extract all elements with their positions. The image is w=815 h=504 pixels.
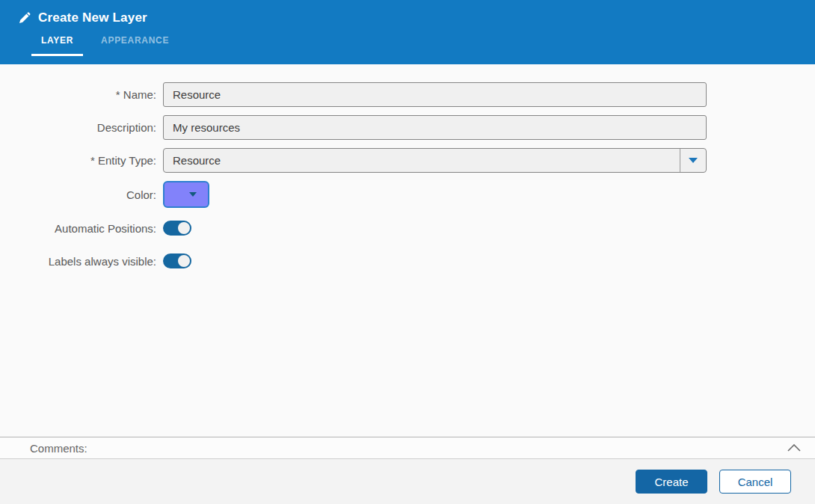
chevron-up-icon [787,443,802,452]
entity-type-select[interactable]: Resource [163,148,707,173]
labels-visible-toggle[interactable] [163,253,191,268]
pencil-icon [18,12,31,25]
name-label: * Name: [0,88,163,101]
labels-visible-row: Labels always visible: [0,253,815,268]
entity-type-label: * Entity Type: [0,154,163,167]
automatic-positions-toggle[interactable] [163,221,191,236]
dialog-header: Create New Layer LAYER APPEARANCE [0,0,815,64]
automatic-positions-row: Automatic Positions: [0,221,815,236]
automatic-positions-label: Automatic Positions: [0,222,163,235]
chevron-down-icon [189,192,197,197]
color-label: Color: [0,188,163,201]
toggle-knob [178,222,190,234]
chevron-down-icon [689,158,698,163]
cancel-button[interactable]: Cancel [719,470,791,494]
layer-form: * Name: Description: * Entity Type: Reso… [0,64,815,437]
name-input[interactable] [163,82,707,107]
tab-appearance[interactable]: APPEARANCE [91,35,179,56]
comments-collapse-button[interactable] [787,443,802,452]
tab-layer[interactable]: LAYER [31,35,83,56]
color-row: Color: [0,181,815,208]
description-label: Description: [0,121,163,134]
name-row: * Name: [0,82,815,107]
description-input[interactable] [163,115,707,140]
description-row: Description: [0,115,815,140]
color-picker-button[interactable] [163,181,209,208]
entity-type-dropdown-button[interactable] [680,149,706,172]
create-button[interactable]: Create [636,470,707,494]
dialog-title: Create New Layer [38,10,147,25]
tab-bar: LAYER APPEARANCE [31,35,815,56]
dialog-footer: Create Cancel [0,459,815,504]
comments-label: Comments: [30,442,787,455]
dialog-title-row: Create New Layer [0,0,815,25]
entity-type-row: * Entity Type: Resource [0,148,815,173]
comments-section: Comments: [0,437,815,459]
labels-visible-label: Labels always visible: [0,255,163,268]
toggle-knob [178,255,190,267]
entity-type-value: Resource [164,149,680,172]
